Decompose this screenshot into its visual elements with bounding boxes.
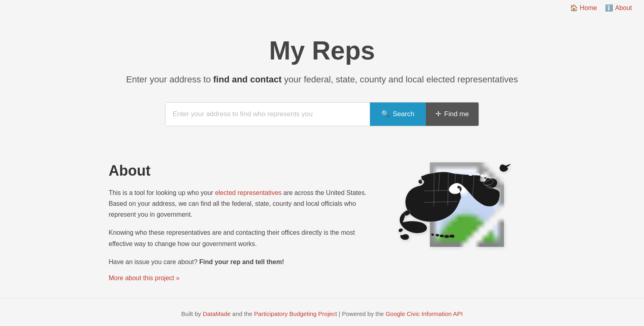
hero-section: My Reps Enter your address to find and c… bbox=[0, 16, 644, 142]
footer-text-prefix: Built by bbox=[181, 310, 202, 317]
navbar: 🏠 Home ℹ️ About bbox=[0, 0, 644, 16]
elected-reps-link[interactable]: elected representatives bbox=[215, 189, 281, 196]
search-bar: 🔍 Search ✛ Find me bbox=[165, 102, 479, 126]
about-link[interactable]: ℹ️ About bbox=[605, 4, 632, 12]
about-para3-prefix: Have an issue you care about? bbox=[109, 258, 199, 265]
subtitle-prefix: Enter your address to bbox=[126, 74, 213, 84]
page-title: My Reps bbox=[8, 36, 636, 66]
home-icon: 🏠 bbox=[570, 4, 578, 12]
info-icon: ℹ️ bbox=[605, 4, 613, 12]
subtitle-bold: find and contact bbox=[213, 74, 282, 84]
pbp-link[interactable]: Participatory Budgeting Project bbox=[254, 310, 337, 317]
about-para3-bold: Find your rep and tell them! bbox=[199, 258, 284, 265]
about-section: About This is a tool for looking up who … bbox=[60, 162, 584, 282]
search-icon: 🔍 bbox=[381, 110, 390, 118]
footer: Built by DataMade and the Participatory … bbox=[0, 298, 644, 326]
about-para3: Have an issue you care about? Find your … bbox=[109, 256, 374, 267]
about-text: About This is a tool for looking up who … bbox=[109, 162, 374, 282]
home-link[interactable]: 🏠 Home bbox=[570, 4, 597, 12]
us-map bbox=[398, 162, 535, 247]
hero-subtitle: Enter your address to find and contact y… bbox=[8, 74, 636, 86]
home-label: Home bbox=[580, 4, 597, 12]
more-about-link[interactable]: More about this project » bbox=[109, 275, 180, 281]
about-para1: This is a tool for looking up who your e… bbox=[109, 187, 374, 220]
subtitle-suffix: your federal, state, county and local el… bbox=[282, 74, 518, 84]
about-para1-prefix: This is a tool for looking up who your bbox=[109, 189, 215, 196]
footer-text-middle: and the bbox=[231, 310, 254, 317]
datamade-link[interactable]: DataMade bbox=[203, 310, 231, 317]
about-para2: Knowing who these representatives are an… bbox=[109, 227, 374, 249]
findme-button-label: Find me bbox=[444, 110, 469, 118]
about-title: About bbox=[109, 162, 374, 179]
us-map-container bbox=[398, 162, 535, 247]
footer-text-suffix: | Powered by the bbox=[337, 310, 386, 317]
findme-button[interactable]: ✛ Find me bbox=[426, 103, 479, 126]
search-button[interactable]: 🔍 Search bbox=[370, 103, 426, 126]
search-input[interactable] bbox=[165, 103, 370, 126]
about-label: About bbox=[615, 4, 632, 12]
gcapi-link[interactable]: Google Civic Information API bbox=[386, 310, 463, 317]
crosshair-icon: ✛ bbox=[436, 110, 441, 118]
search-button-label: Search bbox=[393, 110, 415, 118]
